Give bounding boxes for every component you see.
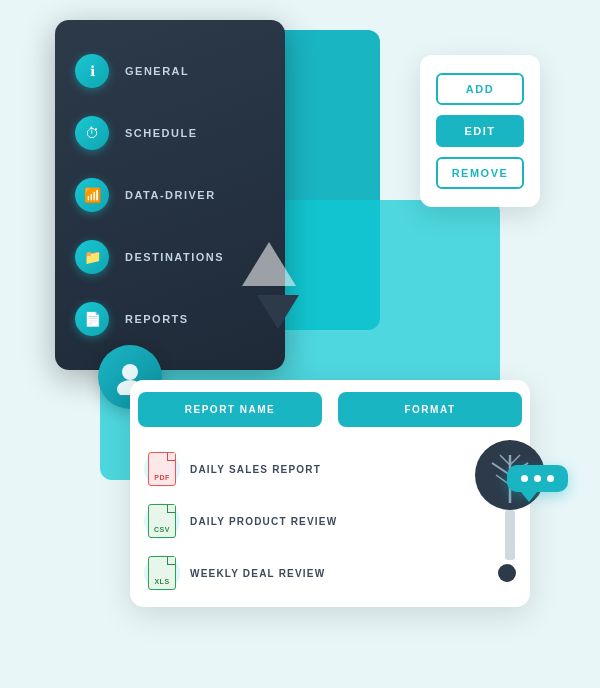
add-button[interactable]: ADD [436, 73, 524, 105]
sidebar-label-data-driver: DATA-DRIVER [125, 189, 216, 201]
report-rows: PDF DAILY SALES REPORT CSV DAILY PRODUCT… [130, 435, 530, 607]
arrow-down-icon [255, 293, 301, 335]
folder-icon: 📁 [75, 240, 109, 274]
table-row: PDF DAILY SALES REPORT [130, 443, 530, 495]
sidebar-item-data-driver[interactable]: 📶 DATA-DRIVER [55, 164, 285, 226]
schedule-icon: ⏱ [75, 116, 109, 150]
row-2-name: DAILY PRODUCT REVIEW [190, 516, 516, 527]
chat-dot-1 [521, 475, 528, 482]
chat-bubble [507, 465, 568, 492]
sidebar-item-schedule[interactable]: ⏱ SCHEDULE [55, 102, 285, 164]
chart-icon: 📶 [75, 178, 109, 212]
svg-marker-0 [242, 242, 296, 286]
csv-file-icon: CSV [144, 503, 180, 539]
report-table-card: REPORT NAME FORMAT PDF DAILY SALES REPOR… [130, 380, 530, 607]
sidebar-label-reports: REPORTS [125, 313, 189, 325]
pdf-file-icon: PDF [144, 451, 180, 487]
col-format: FORMAT [338, 392, 522, 427]
sidebar-label-destinations: DESTINATIONS [125, 251, 224, 263]
chat-dot-3 [547, 475, 554, 482]
tree-trunk [505, 510, 515, 560]
table-row: XLS WEEKLY DEAL REVIEW [130, 547, 530, 599]
row-3-name: WEEKLY DEAL REVIEW [190, 568, 488, 579]
sidebar-label-general: GENERAL [125, 65, 189, 77]
reports-icon: 📄 [75, 302, 109, 336]
svg-line-10 [510, 455, 520, 465]
col-report-name: REPORT NAME [138, 392, 322, 427]
chat-dot-2 [534, 475, 541, 482]
sidebar-menu: ℹ GENERAL ⏱ SCHEDULE 📶 DATA-DRIVER 📁 DES… [55, 20, 285, 370]
xls-file-icon: XLS [144, 555, 180, 591]
sidebar-item-reports[interactable]: 📄 REPORTS [55, 288, 285, 350]
info-icon: ℹ [75, 54, 109, 88]
report-header: REPORT NAME FORMAT [130, 380, 530, 435]
row-1-name: DAILY SALES REPORT [190, 464, 516, 475]
action-panel: ADD EDIT REMOVE [420, 55, 540, 207]
row-indicator [498, 564, 516, 582]
main-scene: ℹ GENERAL ⏱ SCHEDULE 📶 DATA-DRIVER 📁 DES… [0, 0, 600, 688]
arrow-up-icon [240, 240, 298, 292]
table-row: CSV DAILY PRODUCT REVIEW [130, 495, 530, 547]
sidebar-label-schedule: SCHEDULE [125, 127, 198, 139]
svg-line-9 [500, 455, 510, 465]
svg-point-2 [122, 364, 138, 380]
edit-button[interactable]: EDIT [436, 115, 524, 147]
remove-button[interactable]: REMOVE [436, 157, 524, 189]
sidebar-item-general[interactable]: ℹ GENERAL [55, 40, 285, 102]
svg-marker-1 [257, 295, 299, 329]
